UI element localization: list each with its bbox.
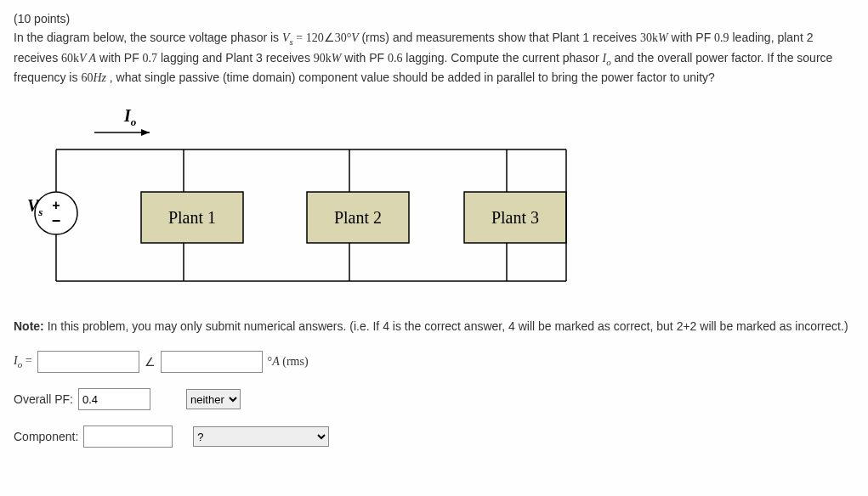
- txt: with PF: [344, 51, 388, 65]
- freq: 60Hz: [81, 71, 106, 84]
- plant3-pf: 0.6: [388, 52, 403, 65]
- plant2-pf: 0.7: [143, 52, 158, 65]
- circuit-diagram: Io + − Vs Plant 1 Plant 2 Plant 3: [14, 103, 854, 301]
- io-label: Io: [123, 106, 137, 128]
- io-answer-label: Io =: [14, 354, 32, 369]
- io-magnitude-input[interactable]: [37, 351, 139, 373]
- pf-label: Overall PF:: [14, 392, 73, 406]
- component-label: Component:: [14, 430, 78, 443]
- txt: with PF: [672, 31, 715, 44]
- txt: In the diagram below, the source voltage…: [14, 31, 282, 44]
- io-answer-row: Io = ∠ °A (rms): [14, 351, 854, 373]
- plant3-power: 90kW: [314, 52, 342, 65]
- points-label: (10 points): [14, 12, 70, 25]
- txt: with PF: [99, 51, 143, 65]
- plant1-pf: 0.9: [714, 31, 729, 44]
- txt: lagging. Compute the current phasor: [406, 51, 602, 65]
- plant2-label: Plant 2: [334, 208, 382, 227]
- component-answer-row: Component: ?FHΩ: [14, 426, 854, 448]
- component-unit-select[interactable]: ?FHΩ: [193, 426, 329, 447]
- io-arrow-head: [141, 129, 150, 136]
- pf-type-select[interactable]: neitherleadinglagging: [186, 389, 241, 409]
- note-block: Note: In this problem, you may only subm…: [14, 318, 854, 335]
- txt: (rms) and measurements show that Plant 1…: [361, 31, 640, 44]
- io-var: Io: [602, 52, 610, 65]
- pf-answer-row: Overall PF: neitherleadinglagging: [14, 388, 854, 410]
- component-value-input[interactable]: [83, 426, 173, 448]
- txt: , what single passive (time domain) comp…: [110, 70, 715, 84]
- angle-symbol: ∠: [145, 355, 156, 369]
- plant1-label: Plant 1: [168, 208, 216, 227]
- txt: lagging and Plant 3 receives: [161, 51, 314, 65]
- io-angle-input[interactable]: [161, 351, 263, 373]
- plant1-power: 30kW: [640, 31, 668, 44]
- note-text: In this problem, you may only submit num…: [44, 319, 848, 333]
- source-minus: −: [52, 212, 61, 229]
- diagram-svg: Io + − Vs Plant 1 Plant 2 Plant 3: [14, 103, 609, 298]
- problem-statement: (10 points) In the diagram below, the so…: [14, 10, 854, 87]
- source-plus: +: [52, 198, 60, 212]
- plant3-label: Plant 3: [491, 208, 539, 227]
- plant2-power: 60kV A: [61, 52, 96, 65]
- pf-value-input[interactable]: [78, 388, 150, 410]
- io-unit: °A (rms): [268, 355, 309, 369]
- note-label: Note:: [14, 319, 44, 333]
- vs-expression: Vs = 120∠30°V: [282, 31, 361, 44]
